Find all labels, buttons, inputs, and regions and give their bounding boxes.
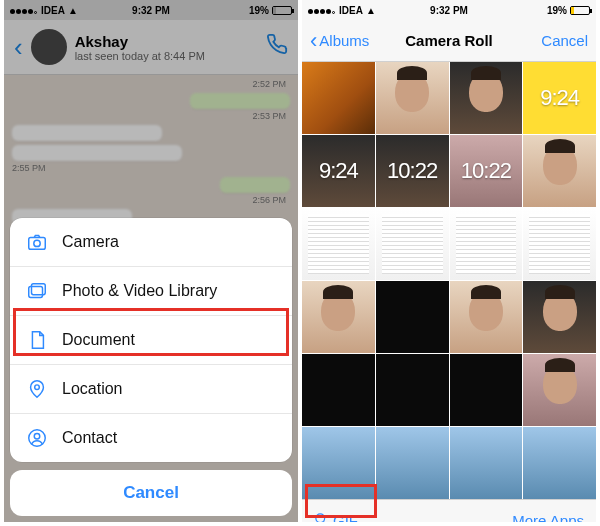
photo-thumbnail[interactable]: [523, 135, 596, 207]
photo-library-icon: [26, 280, 48, 302]
sheet-cancel-button[interactable]: Cancel: [10, 470, 292, 516]
photo-thumbnail[interactable]: 9:24: [302, 135, 375, 207]
sheet-photo-video-library[interactable]: Photo & Video Library: [10, 267, 292, 316]
photo-thumbnail[interactable]: [376, 208, 449, 280]
picker-title: Camera Roll: [405, 32, 493, 49]
sheet-label: Photo & Video Library: [62, 282, 217, 300]
camera-icon: [26, 231, 48, 253]
sheet-document[interactable]: Document: [10, 316, 292, 365]
signal-dots-icon: [308, 5, 336, 16]
wifi-icon: ▲: [366, 5, 376, 16]
photo-picker-screen: IDEA ▲ 9:32 PM 19% ‹ Albums Camera Roll …: [302, 0, 596, 522]
battery-pct-label: 19%: [547, 5, 567, 16]
photo-thumbnail[interactable]: [450, 427, 523, 499]
photo-thumbnail[interactable]: [302, 208, 375, 280]
photo-thumbnail[interactable]: 10:22: [450, 135, 523, 207]
svg-point-4: [35, 385, 40, 390]
attachment-action-sheet: Camera Photo & Video Library Document Lo…: [10, 218, 292, 516]
status-bar: IDEA ▲ 9:32 PM 19%: [302, 0, 596, 20]
photo-thumbnail[interactable]: [302, 427, 375, 499]
picker-footer: GIF More Apps: [302, 499, 596, 522]
photo-thumbnail[interactable]: [376, 354, 449, 426]
carrier-label: IDEA: [339, 5, 363, 16]
photo-thumbnail[interactable]: [523, 208, 596, 280]
picker-header: ‹ Albums Camera Roll Cancel: [302, 20, 596, 62]
document-icon: [26, 329, 48, 351]
clock-label: 9:32 PM: [430, 5, 468, 16]
photo-thumbnail[interactable]: [523, 281, 596, 353]
sheet-label: Document: [62, 331, 135, 349]
photo-thumbnail[interactable]: [302, 354, 375, 426]
sheet-location[interactable]: Location: [10, 365, 292, 414]
sheet-label: Contact: [62, 429, 117, 447]
whatsapp-chat-screen: IDEA ▲ 9:32 PM 19% ‹ Akshay last seen to…: [4, 0, 298, 522]
svg-point-1: [34, 240, 40, 246]
photo-thumbnail[interactable]: [523, 427, 596, 499]
photo-thumbnail[interactable]: [302, 281, 375, 353]
picker-cancel-button[interactable]: Cancel: [541, 32, 588, 49]
photo-thumbnail[interactable]: 10:22: [376, 135, 449, 207]
photo-grid[interactable]: 9:24 9:24 10:22 10:22: [302, 62, 596, 499]
location-icon: [26, 378, 48, 400]
photo-thumbnail[interactable]: [376, 281, 449, 353]
photo-thumbnail[interactable]: [450, 354, 523, 426]
gif-search-button[interactable]: GIF: [314, 512, 358, 523]
photo-thumbnail[interactable]: [523, 354, 596, 426]
sheet-contact[interactable]: Contact: [10, 414, 292, 462]
svg-rect-0: [29, 237, 46, 249]
photo-thumbnail[interactable]: [450, 281, 523, 353]
photo-thumbnail[interactable]: [450, 62, 523, 134]
chevron-left-icon: ‹: [310, 28, 317, 54]
photo-thumbnail[interactable]: 9:24: [523, 62, 596, 134]
contact-icon: [26, 427, 48, 449]
sheet-label: Location: [62, 380, 123, 398]
sheet-camera[interactable]: Camera: [10, 218, 292, 267]
photo-thumbnail[interactable]: [450, 208, 523, 280]
svg-point-6: [34, 433, 40, 439]
photo-thumbnail[interactable]: [376, 62, 449, 134]
search-icon: [314, 512, 329, 523]
battery-icon: [570, 6, 590, 15]
albums-back-button[interactable]: ‹ Albums: [310, 28, 369, 54]
photo-thumbnail[interactable]: [376, 427, 449, 499]
photo-thumbnail[interactable]: [302, 62, 375, 134]
more-apps-button[interactable]: More Apps: [512, 512, 584, 522]
svg-point-7: [316, 513, 325, 522]
sheet-label: Camera: [62, 233, 119, 251]
